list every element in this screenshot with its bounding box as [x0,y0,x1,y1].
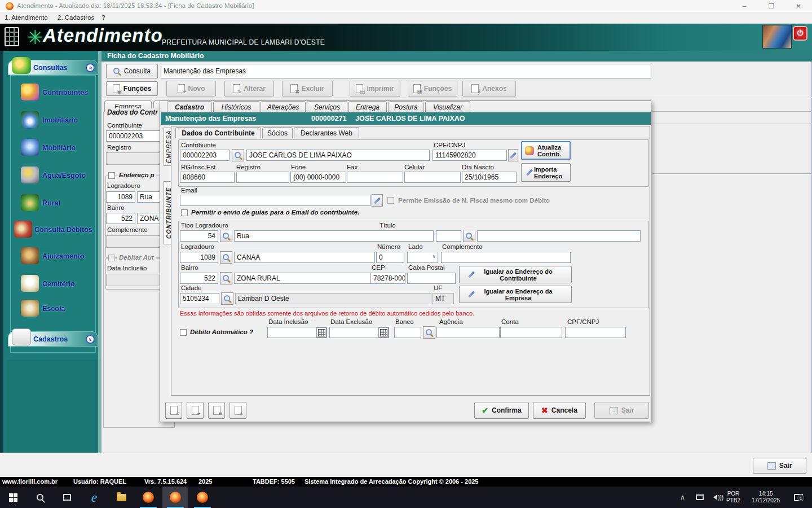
contribuinte-name-input[interactable]: JOSE CARLOS DE LIMA PAIXAO [246,150,430,161]
menu-help[interactable]: ? [102,14,105,21]
logradouro-code[interactable]: 1089 [180,252,218,263]
cidade-search[interactable] [221,292,233,305]
back-endereco-checkbox[interactable] [108,172,115,179]
debito-cpf-input[interactable] [565,327,626,338]
fax-input[interactable] [347,172,403,183]
popup-tab-alteracoes[interactable]: Alterações [261,101,306,112]
debito-automatico-checkbox[interactable] [180,329,187,336]
bairro-code[interactable]: 522 [180,273,218,284]
popup-tab-historicos[interactable]: Históricos [213,101,259,112]
back-logradouro-num[interactable]: 1089 [106,191,135,203]
task-view-button[interactable] [54,487,80,508]
sidebar-group-consultas[interactable]: Consultas » [8,60,98,75]
power-exit-icon[interactable]: ⏻ [793,26,807,41]
popup-tab-cadastro[interactable]: Cadastro [167,101,212,112]
registro-input[interactable] [236,172,289,183]
inner-tab-socios[interactable]: Sócios [262,127,293,138]
file-explorer-button[interactable] [108,487,134,508]
sidebar-item-rural[interactable]: Rural [11,194,96,213]
cpf-edit-button[interactable] [508,149,518,161]
nav-first-button[interactable] [165,402,182,419]
funcoes2-button[interactable]: Funções [408,81,457,97]
sidebar-item-cemiterio[interactable]: Cemitério [11,275,96,294]
internet-explorer-button[interactable]: e [81,487,107,508]
fiorilli-app2-button[interactable] [162,487,188,508]
data-exclusao-calendar-button[interactable] [378,327,389,338]
popup-tab-postura[interactable]: Postura [388,101,424,112]
menu-atendimento[interactable]: 1. Atendimento [5,14,48,21]
logradouro-value[interactable]: CANAA [234,252,375,263]
popup-tab-servicos[interactable]: Serviços [307,101,347,112]
clock[interactable]: 14:15 17/12/2025 [745,487,786,508]
numero-input[interactable]: 0 [376,252,404,263]
agencia-input[interactable] [436,327,500,338]
titulo-value[interactable] [477,230,641,242]
start-button[interactable] [0,487,26,508]
sidebar-item-agua-esgoto[interactable]: Água/Esgoto [11,167,96,186]
rg-input[interactable]: 808660 [180,172,235,183]
email-input[interactable] [180,195,370,206]
popup-tab-entrega[interactable]: Entrega [348,101,387,112]
sidebar-item-contribuintes[interactable]: Contribuintes [11,84,96,103]
cidade-value[interactable]: Lambari D Oeste [235,293,431,304]
confirma-button[interactable]: ✔Confirma [474,402,529,419]
nav-post-button[interactable] [230,402,246,419]
importa-endereco-button[interactable]: Importa Endereço [521,163,571,182]
nav-edit-button[interactable] [208,402,225,419]
titulo-code[interactable] [436,230,461,242]
uf-input[interactable]: MT [433,293,454,304]
sidebar-item-consulta-debitos[interactable]: Consulta Débitos [11,221,96,240]
sidebar-item-escola[interactable]: Escola [11,300,96,319]
cancela-button[interactable]: ✖Cancela [533,402,586,419]
anexos-button[interactable]: Anexos [462,81,516,97]
caixa-postal-input[interactable] [407,273,456,284]
sidebar-item-mobiliario[interactable]: Mobiliário [11,139,96,158]
minimize-button[interactable]: – [732,0,757,12]
igualar-empresa-button[interactable]: Igualar ao Endereço da Empresa [459,286,572,303]
banco-search[interactable] [423,326,435,339]
back-debitar-checkbox[interactable] [108,255,115,261]
titulo-search[interactable] [463,230,475,242]
sidebar-group-cadastros[interactable]: Cadastros » [8,331,98,347]
lado-dropdown[interactable] [407,252,438,263]
volume-icon[interactable]: ))) [710,487,723,508]
popup-tab-visualizar[interactable]: Visualizar [425,101,470,112]
bairro-search[interactable] [220,272,232,284]
tipo-logradouro-search[interactable] [220,230,232,242]
taskbar-search-button[interactable] [27,487,53,508]
search-input[interactable]: Manutenção das Empresas [161,64,651,78]
consulta-button[interactable]: Consulta [106,64,158,78]
excluir-button[interactable]: Excluir [282,81,333,97]
fone-input[interactable]: (00) 0000-0000 [290,172,346,183]
cidade-code[interactable]: 5105234 [180,293,219,304]
banco-input[interactable] [394,327,421,338]
tray-chevron[interactable]: ∧ [680,487,685,508]
email-edit-button[interactable] [372,194,383,207]
sair-button[interactable]: → Sair [753,458,806,474]
tipo-logradouro-code[interactable]: 54 [180,230,218,242]
alterar-button[interactable]: Alterar [224,81,274,97]
funcoes-button[interactable]: Funções [106,81,158,96]
notification-center[interactable]: 1 [794,487,803,508]
maximize-button[interactable]: ❐ [759,0,784,12]
celular-input[interactable] [404,172,461,183]
contribuinte-code-input[interactable]: 000002203 [180,150,230,161]
sidebar-item-imobiliario[interactable]: Imobiliário [11,111,96,130]
menu-cadastros[interactable]: 2. Cadastros [58,14,94,21]
nav-insert-button[interactable] [187,402,204,419]
back-bairro-num[interactable]: 522 [106,213,135,224]
bairro-value[interactable]: ZONA RURAL [234,273,375,284]
close-button[interactable]: ✕ [786,0,811,12]
atualiza-contrib-button[interactable]: Atualiza Contrib. [521,141,571,160]
igualar-contribuinte-button[interactable]: Igualar ao Endereço do Contribuinte [459,266,572,283]
collapse-icon[interactable]: » [86,63,95,72]
inner-tab-declarantes[interactable]: Declarantes Web [294,127,359,138]
nascto-input[interactable]: 25/10/1965 [462,172,517,183]
cpf-input[interactable]: 11145902820 [433,150,507,161]
contribuinte-search-button[interactable] [232,149,244,161]
language-indicator[interactable]: POR PTB2 [726,487,740,508]
permite-emissao-checkbox[interactable] [387,197,394,204]
data-inclusao-calendar-button[interactable] [316,327,326,338]
cep-input[interactable]: 78278-000 [370,273,405,284]
expand-icon[interactable]: » [86,335,95,344]
